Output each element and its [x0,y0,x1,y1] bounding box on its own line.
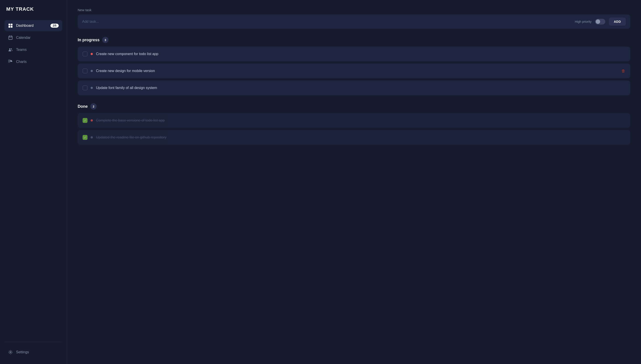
svg-point-9 [11,48,12,49]
priority-dot [91,119,93,122]
task-text: Update font family of all design system [96,86,625,90]
sidebar-item-label: Dashboard [16,24,47,28]
in-progress-title: In progress [78,38,100,42]
task-item-done: ✓ Updated the readme file on github repo… [78,130,630,145]
sidebar-item-charts[interactable]: Charts [5,56,62,67]
sidebar-bottom: Settings [5,342,62,358]
svg-point-8 [9,48,11,50]
task-checkbox[interactable] [83,68,88,74]
new-task-bar: High priority ADD [78,14,630,29]
svg-rect-1 [11,24,13,26]
sidebar-item-label: Charts [16,60,59,64]
sidebar: MY TRACK Dashboard 2/5 [0,0,67,364]
done-list: ✓ Complete the base versione of todo lis… [78,113,630,145]
svg-rect-0 [9,24,10,26]
svg-rect-3 [11,26,13,28]
task-text: Create new design for mobile version [96,69,618,73]
task-item: Create new component for todo list app [78,46,630,61]
task-text: Updated the readme file on github reposi… [96,136,625,140]
svg-rect-4 [9,36,12,40]
task-checkbox[interactable] [83,86,88,90]
dashboard-badge: 2/5 [51,24,59,28]
task-input[interactable] [82,20,571,24]
sidebar-item-settings[interactable]: Settings [5,346,62,358]
task-item-done: ✓ Complete the base versione of todo lis… [78,113,630,128]
grid-icon [8,23,13,28]
priority-dot [91,53,93,55]
app-logo: MY TRACK [5,6,62,12]
priority-dot [91,70,93,72]
done-title: Done [78,104,88,109]
task-checkbox[interactable] [83,52,88,56]
charts-icon [8,59,13,64]
done-count: 2 [90,103,97,110]
svg-point-10 [10,352,11,353]
priority-toggle[interactable] [595,19,605,24]
task-checkbox[interactable]: ✓ [83,118,88,123]
main-content: New task High priority ADD In progress 3… [67,0,641,364]
task-text: Create new component for todo list app [96,52,625,56]
task-item: Update font family of all design system [78,80,630,95]
calendar-icon [8,35,13,40]
done-header: Done 2 [78,103,630,110]
delete-task-icon[interactable]: 🗑 [621,69,625,74]
in-progress-count: 3 [102,37,109,43]
new-task-label: New task [78,8,630,12]
nav-items: Dashboard 2/5 Calendar [5,20,62,342]
sidebar-item-label: Teams [16,48,59,52]
priority-label: High priority [575,20,591,24]
add-task-button[interactable]: ADD [609,18,626,26]
sidebar-item-label: Settings [16,350,59,354]
sidebar-item-teams[interactable]: Teams [5,44,62,55]
task-item: Create new design for mobile version 🗑 [78,64,630,78]
in-progress-header: In progress 3 [78,37,630,43]
task-text: Complete the base versione of todo list … [96,118,625,122]
sidebar-item-label: Calendar [16,36,59,40]
task-checkbox[interactable]: ✓ [83,135,88,140]
teams-icon [8,47,13,52]
priority-dot [91,136,93,138]
toggle-knob [596,20,600,24]
in-progress-list: Create new component for todo list app C… [78,46,630,95]
svg-rect-2 [9,26,10,28]
sidebar-item-dashboard[interactable]: Dashboard 2/5 [5,20,62,31]
priority-dot [91,87,93,89]
sidebar-item-calendar[interactable]: Calendar [5,32,62,43]
settings-icon [8,350,13,355]
